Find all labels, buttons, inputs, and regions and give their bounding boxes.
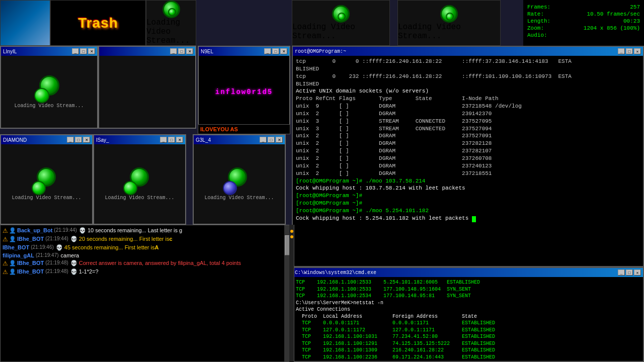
orb-inner-4	[446, 13, 454, 21]
terminal-line: unix 2 [ ] DGRAM 237260708	[296, 155, 640, 162]
isay-title: ISay_	[96, 137, 109, 143]
terminal-bottom-line: C:\Users\ServerMeK>netstat -n	[296, 300, 640, 307]
n9el-minimize[interactable]: _	[264, 48, 271, 54]
linyil-label: Loading Video Stream...	[14, 103, 84, 109]
zoom-label: Zoom:	[527, 25, 544, 31]
terminal-close[interactable]: ✕	[634, 48, 641, 54]
rate-row: Rate: 10.50 frames/sec	[527, 11, 640, 17]
terminal-line: unix 2 [ ] DGRAM 237240123	[296, 162, 640, 170]
n9el-titlebar[interactable]: N9EL _ □ ✕	[199, 47, 289, 56]
term-bottom-maximize[interactable]: □	[626, 269, 633, 276]
orb-icon-3	[332, 5, 350, 23]
diamond-close[interactable]: ✕	[83, 137, 90, 143]
terminal-line: unix 3 [ ] STREAM CONNECTED 237527095	[296, 118, 640, 125]
diamond-titlebar[interactable]: DIAMOND _ □ ✕	[1, 135, 92, 144]
terminal-line: unix 2 [ ] DGRAM 237282107	[296, 147, 640, 155]
panel-label-3: Loading Video Stream...	[292, 23, 389, 41]
linyil-content: Loading Video Stream...	[1, 56, 97, 128]
diamond-controls[interactable]: _ □ ✕	[67, 137, 90, 143]
linyil-titlebar[interactable]: LInyIL _ □ ✕	[1, 47, 97, 56]
n9el-content: inflow0r1d5	[199, 56, 289, 128]
chat-message: camera	[61, 252, 79, 258]
avatar-icon: 👤	[9, 268, 16, 275]
terminal-line: unix 2 [ ] DGRAM 237527091	[296, 132, 640, 140]
chat-username: IBhe_BOT	[17, 260, 44, 266]
video-panel-3: Loading Video Stream...	[292, 0, 390, 46]
isay-controls[interactable]: _ □ ✕	[160, 137, 183, 143]
g3l4-orb-container	[223, 167, 256, 195]
terminal-bottom-line: TCP 192.168.1.100:2236 69.171.224.16:443…	[296, 354, 640, 361]
terminal-minimize[interactable]: _	[618, 48, 625, 54]
terminal-bottom-line: TCP 127.0.0.1:1172 127.0.0.1:1171 ESTABL…	[296, 327, 640, 334]
n9el-controls[interactable]: _ □ ✕	[264, 48, 287, 54]
terminal-main: root@OMGProgram:~ _ □ ✕ tcp 0 0 ::ffff:2…	[292, 46, 644, 267]
terminal-bottom-line: TCP 0.0.0.0:1171 0.0.0.0:1171 ESTABLISHE…	[296, 320, 640, 327]
g3l4-window: G3L_4 _ □ ✕ Loading Video Stream...	[193, 134, 286, 225]
skull-icon: 💀	[70, 268, 77, 275]
n9el-close[interactable]: ✕	[280, 48, 287, 54]
chat-username: IBhe_BOT	[17, 268, 44, 275]
n9el-window: N9EL _ □ ✕ inflow0r1d5	[198, 46, 290, 129]
terminal-bottom-line: TCP 192.168.1.100:1291 74.125.135.125:52…	[296, 340, 640, 347]
extra-maximize[interactable]: □	[178, 48, 185, 54]
g3l4-close[interactable]: ✕	[276, 137, 283, 143]
g3l4-maximize[interactable]: □	[268, 137, 275, 143]
isay-titlebar[interactable]: ISay_ _ □ ✕	[94, 135, 185, 144]
chat-message: 10 seconds remaining... Last letter is g	[88, 227, 182, 233]
alert-icon: ⚠	[3, 227, 8, 234]
terminal-line: unix 2 [ ] DGRAM 237282128	[296, 140, 640, 147]
isay-close[interactable]: ✕	[176, 137, 183, 143]
isay-minimize[interactable]: _	[160, 137, 167, 143]
n9el-text: inflow0r1d5	[215, 88, 273, 96]
g3l4-minimize[interactable]: _	[260, 137, 267, 143]
linyil-controls[interactable]: _ □ ✕	[72, 48, 95, 54]
linyil-maximize[interactable]: □	[80, 48, 87, 54]
length-row: Length: 00:23	[527, 18, 640, 24]
chat-time: (21:19:48)	[45, 260, 68, 265]
diamond-label: Loading Video Stream...	[12, 195, 81, 201]
isay-maximize[interactable]: □	[168, 137, 175, 143]
g3l4-label: Loading Video Stream...	[204, 195, 274, 201]
isay-window: ISay_ _ □ ✕ Loading Video Stream...	[93, 134, 186, 225]
diamond-orb-inner	[32, 181, 46, 195]
terminal-line: [root@OMGProgram ~]# ./moo 103.7.58.214	[296, 177, 640, 185]
panel-label-4: Loading Video Stream...	[398, 23, 500, 41]
iloveyou-bar: ILOVEYOU AS	[198, 124, 290, 134]
term-bottom-close[interactable]: ✕	[634, 269, 641, 276]
extra-content	[99, 56, 195, 128]
chat-message: 20 seconds remaining... First letter is	[79, 236, 170, 242]
terminal-titlebar[interactable]: root@OMGProgram:~ _ □ ✕	[293, 47, 643, 56]
terminal-bottom: C:\Windows\system32\cmd.exe _ □ ✕ TCP 19…	[292, 267, 644, 362]
skull-icon: 💀	[79, 227, 86, 234]
term-bottom-minimize[interactable]: _	[618, 269, 625, 276]
terminal-bottom-line: TCP 192.168.1.100:2533 177.100.148.95:16…	[296, 286, 640, 293]
length-label: Length:	[527, 18, 550, 24]
alert-icon: ⚠	[3, 260, 8, 267]
orb-icon-4	[440, 5, 458, 23]
orb-inner-2	[168, 8, 176, 16]
extra-minimize[interactable]: _	[170, 48, 177, 54]
g3l4-orb-inner	[223, 181, 237, 195]
diamond-maximize[interactable]: □	[75, 137, 82, 143]
diamond-minimize[interactable]: _	[67, 137, 74, 143]
alert-icon: ⚠	[3, 236, 8, 243]
diamond-window: DIAMOND _ □ ✕ Loading Video Stream...	[0, 134, 93, 225]
rate-value: 10.50 frames/sec	[587, 11, 640, 17]
rate-label: Rate:	[527, 11, 544, 17]
linyil-minimize[interactable]: _	[72, 48, 79, 54]
g3l4-controls[interactable]: _ □ ✕	[260, 137, 283, 143]
chat-message: 1-1*2=?	[79, 268, 99, 275]
extra-close[interactable]: ✕	[186, 48, 193, 54]
terminal-bottom-line: Active Connections	[296, 306, 640, 313]
terminal-bottom-controls[interactable]: _ □ ✕	[618, 269, 641, 276]
alert-icon: ⚠	[3, 268, 8, 276]
terminal-controls[interactable]: _ □ ✕	[618, 48, 641, 54]
g3l4-title: G3L_4	[196, 137, 211, 143]
diamond-orb-container	[32, 167, 62, 195]
terminal-line: unix 3 [ ] STREAM CONNECTED 237527094	[296, 125, 640, 133]
n9el-maximize[interactable]: □	[272, 48, 279, 54]
linyil-close[interactable]: ✕	[88, 48, 95, 54]
g3l4-titlebar[interactable]: G3L_4 _ □ ✕	[194, 135, 285, 144]
chat-message: Correct answer is camera, answered by fi…	[79, 260, 241, 266]
terminal-maximize[interactable]: □	[626, 48, 633, 54]
